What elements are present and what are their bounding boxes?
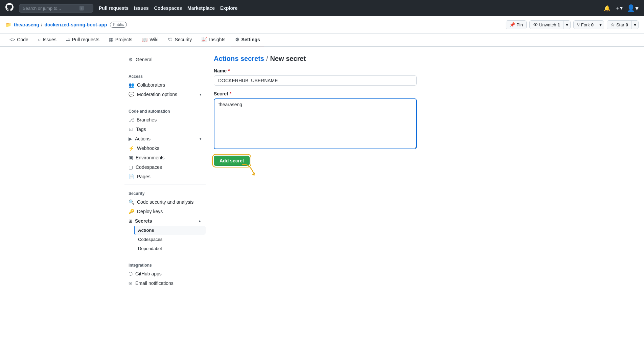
access-section-header: Access (124, 71, 206, 80)
main-content: Actions secrets / New secret Name * Secr… (214, 55, 520, 288)
tab-issues[interactable]: ○ Issues (34, 33, 61, 46)
fork-icon: ⑂ (577, 22, 580, 27)
eye-icon: 👁 (533, 22, 538, 27)
nav-marketplace[interactable]: Marketplace (187, 5, 215, 11)
tab-pr-label: Pull requests (72, 37, 99, 42)
tab-wiki[interactable]: 📖 Wiki (138, 33, 162, 46)
sidebar-item-secrets[interactable]: ⊞ Secrets ▲ (124, 216, 206, 226)
moderation-expand-icon: ▾ (200, 92, 202, 97)
code-automation-section-header: Code and automation (124, 106, 206, 115)
search-box[interactable]: / (19, 4, 93, 13)
tab-code[interactable]: <> Code (5, 33, 32, 46)
pin-icon: 📌 (509, 22, 515, 27)
secret-form-group: Secret * (214, 91, 520, 150)
nav-issues[interactable]: Issues (134, 5, 149, 11)
nav-pull-requests[interactable]: Pull requests (99, 5, 129, 11)
repo-name-link[interactable]: dockerized-spring-boot-app (44, 22, 107, 27)
sidebar-item-codespaces[interactable]: ▢ Codespaces (124, 162, 206, 172)
sidebar-sub-codespaces-label: Codespaces (138, 237, 162, 242)
tab-insights-label: Insights (209, 37, 225, 42)
actions-icon: ▶ (129, 136, 132, 141)
fork-button[interactable]: ⑂ Fork 0 (574, 21, 597, 29)
sidebar-item-general[interactable]: ⚙ General (124, 55, 206, 64)
sidebar-item-deploy-keys[interactable]: 🔑 Deploy keys (124, 207, 206, 216)
sidebar-item-moderation[interactable]: 💬 Moderation options ▾ (124, 90, 206, 99)
sidebar-tags-label: Tags (136, 127, 146, 132)
sidebar-item-tags[interactable]: 🏷 Tags (124, 125, 206, 134)
sidebar-item-github-apps[interactable]: ⬡ GitHub apps (124, 269, 206, 278)
tab-issues-label: Issues (43, 37, 56, 42)
sidebar-sub-item-actions[interactable]: Actions (134, 226, 206, 235)
sidebar-item-pages[interactable]: 📄 Pages (124, 172, 206, 181)
watch-button[interactable]: 👁 Unwatch 1 (530, 21, 564, 29)
repo-icon: 📁 (5, 22, 11, 27)
issues-tab-icon: ○ (38, 37, 41, 42)
sidebar-item-webhooks[interactable]: ⚡ Webhooks (124, 143, 206, 153)
arrow-annotation (241, 162, 258, 179)
tab-pull-requests[interactable]: ⇄ Pull requests (62, 33, 104, 46)
sidebar-collaborators-label: Collaborators (137, 82, 165, 88)
sidebar-codespaces-label: Codespaces (136, 164, 162, 170)
sidebar-pages-label: Pages (137, 174, 151, 179)
top-nav-links: Pull requests Issues Codespaces Marketpl… (99, 5, 237, 11)
sidebar-moderation-label: Moderation options (137, 92, 177, 97)
notifications-icon[interactable]: 🔔 (604, 5, 611, 12)
secrets-icon: ⊞ (129, 219, 132, 224)
breadcrumb-link[interactable]: Actions secrets (214, 55, 264, 63)
sidebar-item-code-security[interactable]: 🔍 Code security and analysis (124, 197, 206, 207)
pin-label: Pin (516, 22, 523, 27)
sidebar-sub-actions-label: Actions (138, 228, 154, 233)
sidebar-sub-item-codespaces[interactable]: Codespaces (134, 235, 206, 244)
name-input[interactable] (214, 75, 417, 86)
breadcrumb-separator: / (266, 55, 268, 63)
star-dropdown-button[interactable]: ▾ (631, 21, 638, 29)
sidebar-sub-item-dependabot[interactable]: Dependabot (134, 244, 206, 253)
sidebar-branches-label: Branches (137, 117, 157, 122)
sidebar-item-branches[interactable]: ⎇ Branches (124, 115, 206, 125)
github-logo[interactable] (5, 3, 14, 13)
visibility-badge: Public (110, 22, 127, 28)
security-tab-icon: 🛡 (168, 37, 173, 42)
sidebar-item-environments[interactable]: ▣ Environments (124, 153, 206, 162)
sidebar-deploy-keys-label: Deploy keys (137, 209, 163, 214)
repo-owner-link[interactable]: thearaseng (14, 22, 39, 27)
github-apps-icon: ⬡ (129, 271, 133, 276)
tab-projects-label: Projects (115, 37, 133, 42)
integrations-section-header: Integrations (124, 260, 206, 269)
pin-button[interactable]: 📌 Pin (506, 21, 526, 29)
create-icon[interactable]: ＋▾ (615, 5, 623, 12)
settings-sidebar: ⚙ General Access 👥 Collaborators 💬 Moder… (124, 55, 206, 288)
tab-security[interactable]: 🛡 Security (164, 33, 196, 46)
sidebar-divider-4 (124, 256, 206, 256)
deploy-keys-icon: 🔑 (129, 209, 134, 214)
general-icon: ⚙ (129, 57, 133, 62)
wiki-tab-icon: 📖 (142, 37, 147, 42)
watch-dropdown-button[interactable]: ▾ (564, 21, 570, 29)
moderation-icon: 💬 (129, 92, 134, 97)
tab-insights[interactable]: 📈 Insights (197, 33, 229, 46)
tags-icon: 🏷 (129, 127, 133, 132)
repo-tabs: <> Code ○ Issues ⇄ Pull requests ▦ Proje… (0, 33, 644, 47)
branches-icon: ⎇ (129, 117, 134, 122)
secrets-submenu: Actions Codespaces Dependabot (124, 226, 206, 253)
sidebar-email-notifications-label: Email notifications (135, 280, 174, 286)
watch-count: 1 (557, 22, 560, 27)
fork-dropdown-button[interactable]: ▾ (597, 21, 604, 29)
sidebar-environments-label: Environments (136, 155, 165, 160)
search-input[interactable] (23, 6, 77, 11)
sidebar-item-email-notifications[interactable]: ✉ Email notifications (124, 278, 206, 288)
tab-settings[interactable]: ⚙ Settings (231, 33, 264, 46)
sidebar-secrets-label: Secrets (135, 218, 152, 224)
user-avatar[interactable]: 👤▾ (627, 4, 639, 12)
insights-tab-icon: 📈 (201, 37, 207, 42)
secret-textarea[interactable] (214, 98, 417, 149)
tab-projects[interactable]: ▦ Projects (105, 33, 137, 46)
star-button[interactable]: ☆ Star 0 (607, 21, 631, 29)
nav-explore[interactable]: Explore (220, 5, 237, 11)
sidebar-item-collaborators[interactable]: 👥 Collaborators (124, 80, 206, 90)
sidebar-item-actions[interactable]: ▶ Actions ▾ (124, 134, 206, 143)
code-tab-icon: <> (9, 37, 15, 42)
secret-required-indicator: * (230, 91, 231, 96)
watch-label: Unwatch (539, 22, 556, 27)
nav-codespaces[interactable]: Codespaces (154, 5, 182, 11)
